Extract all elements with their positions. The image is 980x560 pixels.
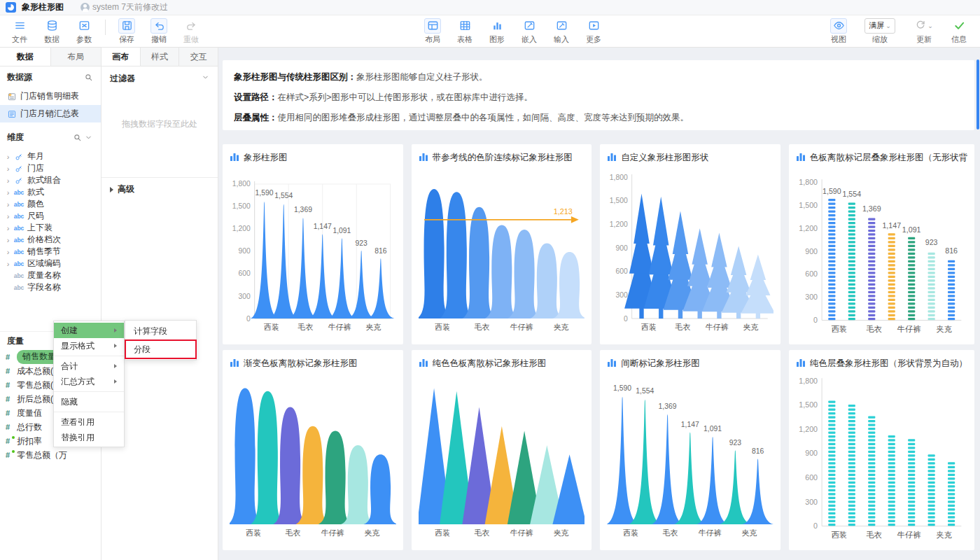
chevron-down-icon[interactable]	[83, 132, 94, 143]
dimension-row[interactable]: ›年月	[0, 150, 101, 162]
abc-label: abc	[14, 237, 24, 244]
chart-card[interactable]: 象形柱形图03006009001,2001,5001,8001,5901,554…	[223, 144, 403, 344]
create-submenu: 计算字段分段	[125, 320, 197, 360]
嵌入-button[interactable]: 嵌入	[517, 18, 542, 45]
撤销-button[interactable]: 撤销	[146, 18, 172, 45]
数据-button[interactable]: 数据	[39, 18, 64, 45]
dimension-row[interactable]: ›abc价格档次	[0, 234, 101, 246]
tab-样式[interactable]: 样式	[141, 48, 180, 66]
submenu-item-计算字段[interactable]: 计算字段	[125, 322, 196, 340]
hash-icon: #	[6, 451, 17, 459]
chart-card[interactable]: 纯色层叠象形柱形图（形状背景为自动）03006009001,2001,5001,…	[789, 350, 974, 550]
tab-数据[interactable]: 数据	[0, 48, 51, 66]
dimension-name: 上下装	[27, 222, 52, 234]
图形-button[interactable]: 图形	[484, 18, 510, 45]
table-item[interactable]: 门店销售明细表	[0, 88, 101, 105]
tab-布局[interactable]: 布局	[51, 48, 102, 66]
chevron-down-icon[interactable]: ⌄	[927, 22, 933, 29]
chart-plot: 西装毛衣牛仔裤夹克	[419, 371, 585, 545]
svg-text:600: 600	[616, 267, 629, 275]
输入-button[interactable]: 输入	[549, 18, 574, 45]
dimension-row[interactable]: ›abc区域编码	[0, 258, 101, 270]
toolbar-button-label: 文件	[12, 34, 27, 45]
menu-item-显示格式[interactable]: 显示格式	[54, 338, 124, 354]
zoom-control[interactable]: 满屏 ⌄ 缩放	[858, 18, 902, 45]
expand-chevron-icon[interactable]: ›	[4, 260, 12, 268]
dimension-row[interactable]: ›款式组合	[0, 174, 101, 186]
expand-chevron-icon[interactable]: ›	[4, 200, 12, 209]
更多-button[interactable]: 更多	[581, 18, 606, 45]
user-modified-text: system 7天前修改过	[92, 1, 168, 13]
svg-text:夹克: 夹克	[936, 531, 952, 539]
表格-button[interactable]: 表格	[452, 18, 477, 45]
chevron-right-icon	[110, 187, 113, 192]
menu-item-替换引用[interactable]: 替换引用	[54, 430, 124, 445]
文件-button[interactable]: 文件	[7, 18, 32, 45]
svg-text:900: 900	[616, 244, 629, 252]
bar-chart-icon	[607, 152, 617, 164]
submenu-item-分段[interactable]: 分段	[125, 340, 196, 358]
保存-button[interactable]: 保存	[114, 18, 139, 45]
menu-item-隐藏[interactable]: 隐藏	[54, 394, 124, 410]
dimension-row[interactable]: ›abc上下装	[0, 222, 101, 234]
table-item[interactable]: 门店月销汇总表	[0, 105, 101, 122]
svg-text:牛仔裤: 牛仔裤	[699, 528, 722, 537]
chart-card[interactable]: 间断标记象形柱形图1,5901,5541,3691,1471,091923816…	[600, 350, 780, 550]
menu-divider	[54, 391, 124, 392]
scrollbar-thumb[interactable]	[976, 59, 979, 130]
search-icon[interactable]	[71, 132, 83, 143]
expand-chevron-icon[interactable]: ›	[4, 224, 12, 232]
tab-画布[interactable]: 画布	[102, 48, 141, 66]
svg-text:1,091: 1,091	[704, 425, 722, 433]
chart-card[interactable]: 纯色色板离散标记象形柱形图西装毛衣牛仔裤夹克	[412, 350, 592, 550]
menu-item-合计[interactable]: 合计	[54, 358, 124, 374]
expand-chevron-icon[interactable]: ›	[4, 176, 12, 185]
chevron-down-icon[interactable]	[202, 74, 209, 83]
view-button[interactable]: 视图	[826, 18, 851, 45]
update-button[interactable]: ⌄ 更新	[909, 18, 939, 45]
toolbar-button-label: 数据	[44, 34, 59, 45]
abc-icon: abc	[12, 225, 26, 232]
expand-chevron-icon[interactable]: ›	[4, 153, 12, 161]
toolbar-right-group: 视图 满屏 ⌄ 缩放 ⌄ 更新 信息	[826, 18, 972, 45]
advanced-toggle[interactable]: 高级	[102, 177, 218, 201]
filter-dropzone[interactable]: 拖拽数据字段至此处	[102, 90, 218, 158]
dimension-row[interactable]: ›abc颜色	[0, 198, 101, 210]
expand-chevron-icon[interactable]: ›	[4, 164, 12, 173]
chart-card[interactable]: 带参考线的色阶连续标记象形柱形图1,213西装毛衣牛仔裤夹克	[412, 144, 592, 344]
svg-text:毛衣: 毛衣	[285, 528, 301, 537]
toolbar-button-label: 撤销	[151, 34, 167, 45]
info-button[interactable]: 信息	[946, 18, 972, 45]
svg-text:1,369: 1,369	[659, 402, 677, 410]
chart-card[interactable]: 色板离散标记层叠象形柱形图（无形状背03006009001,2001,5001,…	[789, 144, 974, 344]
expand-chevron-icon[interactable]: ›	[4, 248, 12, 256]
dimension-row[interactable]: ›门店	[0, 162, 101, 174]
menu-item-汇总方式[interactable]: 汇总方式	[54, 374, 124, 389]
svg-text:1,500: 1,500	[799, 201, 818, 209]
svg-text:1,200: 1,200	[799, 425, 818, 433]
dimension-row[interactable]: abc字段名称	[0, 281, 101, 293]
chart-card[interactable]: 渐变色板离散标记象形柱形图西装毛衣牛仔裤夹克	[223, 350, 403, 550]
measure-row[interactable]: #零售总额（万	[0, 448, 101, 462]
svg-text:300: 300	[805, 498, 818, 506]
zoom-dropdown[interactable]: 满屏 ⌄	[864, 18, 895, 34]
expand-chevron-icon[interactable]: ›	[4, 188, 12, 197]
dimension-row[interactable]: ›abc销售季节	[0, 246, 101, 258]
menu-item-创建[interactable]: 创建	[54, 323, 124, 338]
bar-chart-icon	[230, 152, 239, 164]
expand-chevron-icon[interactable]: ›	[4, 212, 12, 220]
svg-text:西装: 西装	[624, 528, 639, 537]
tab-交互[interactable]: 交互	[179, 48, 218, 66]
布局-button[interactable]: 布局	[420, 18, 445, 45]
参数-button[interactable]: 参数	[71, 18, 97, 45]
dimension-row[interactable]: ›abc尺码	[0, 210, 101, 222]
submenu-arrow-icon	[114, 364, 117, 368]
chart-card[interactable]: 自定义象形柱形图形状03006009001,2001,5001,800西装毛衣牛…	[600, 144, 780, 344]
undo-icon	[150, 18, 167, 34]
search-icon[interactable]	[83, 71, 94, 83]
dimension-row[interactable]: abc度量名称	[0, 270, 101, 281]
dimension-row[interactable]: ›abc款式	[0, 186, 101, 198]
expand-chevron-icon[interactable]: ›	[4, 236, 12, 244]
abc-icon: abc	[12, 260, 26, 267]
menu-item-查看引用[interactable]: 查看引用	[54, 414, 124, 430]
